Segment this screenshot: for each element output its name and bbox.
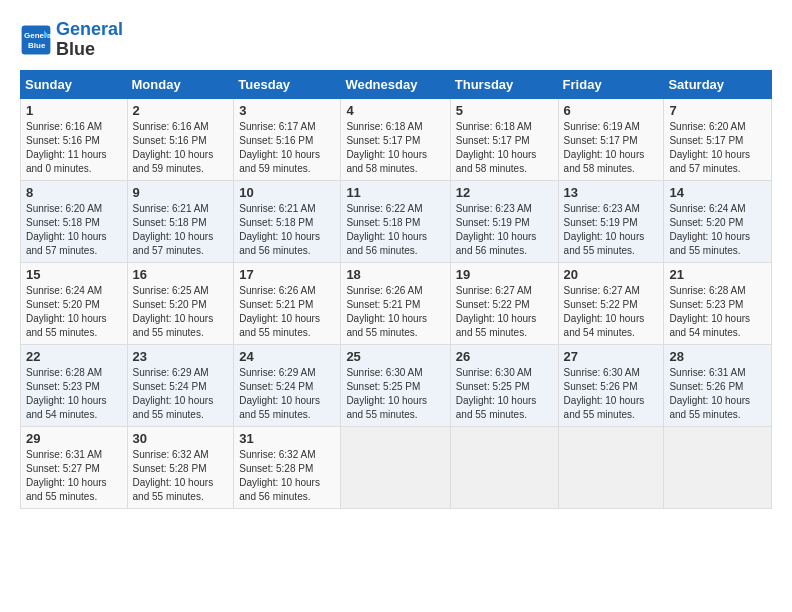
day-info: Sunrise: 6:23 AM Sunset: 5:19 PM Dayligh… [564, 202, 659, 258]
calendar-cell: 28Sunrise: 6:31 AM Sunset: 5:26 PM Dayli… [664, 344, 772, 426]
calendar-cell: 15Sunrise: 6:24 AM Sunset: 5:20 PM Dayli… [21, 262, 128, 344]
day-info: Sunrise: 6:20 AM Sunset: 5:17 PM Dayligh… [669, 120, 766, 176]
day-info: Sunrise: 6:20 AM Sunset: 5:18 PM Dayligh… [26, 202, 122, 258]
day-info: Sunrise: 6:24 AM Sunset: 5:20 PM Dayligh… [669, 202, 766, 258]
calendar-cell: 13Sunrise: 6:23 AM Sunset: 5:19 PM Dayli… [558, 180, 664, 262]
weekday-header-monday: Monday [127, 70, 234, 98]
day-info: Sunrise: 6:30 AM Sunset: 5:25 PM Dayligh… [456, 366, 553, 422]
day-number: 28 [669, 349, 766, 364]
day-info: Sunrise: 6:21 AM Sunset: 5:18 PM Dayligh… [133, 202, 229, 258]
calendar-cell: 21Sunrise: 6:28 AM Sunset: 5:23 PM Dayli… [664, 262, 772, 344]
page-header: General Blue GeneralBlue [20, 20, 772, 60]
weekday-header-sunday: Sunday [21, 70, 128, 98]
calendar-cell: 1Sunrise: 6:16 AM Sunset: 5:16 PM Daylig… [21, 98, 128, 180]
calendar-cell: 22Sunrise: 6:28 AM Sunset: 5:23 PM Dayli… [21, 344, 128, 426]
day-info: Sunrise: 6:26 AM Sunset: 5:21 PM Dayligh… [346, 284, 444, 340]
day-number: 25 [346, 349, 444, 364]
calendar-cell: 5Sunrise: 6:18 AM Sunset: 5:17 PM Daylig… [450, 98, 558, 180]
day-number: 29 [26, 431, 122, 446]
calendar-cell: 17Sunrise: 6:26 AM Sunset: 5:21 PM Dayli… [234, 262, 341, 344]
calendar-cell [664, 426, 772, 508]
day-info: Sunrise: 6:28 AM Sunset: 5:23 PM Dayligh… [669, 284, 766, 340]
day-number: 13 [564, 185, 659, 200]
day-info: Sunrise: 6:24 AM Sunset: 5:20 PM Dayligh… [26, 284, 122, 340]
day-number: 18 [346, 267, 444, 282]
weekday-header-thursday: Thursday [450, 70, 558, 98]
calendar-cell: 19Sunrise: 6:27 AM Sunset: 5:22 PM Dayli… [450, 262, 558, 344]
calendar-cell: 30Sunrise: 6:32 AM Sunset: 5:28 PM Dayli… [127, 426, 234, 508]
day-number: 2 [133, 103, 229, 118]
day-number: 21 [669, 267, 766, 282]
day-info: Sunrise: 6:22 AM Sunset: 5:18 PM Dayligh… [346, 202, 444, 258]
day-info: Sunrise: 6:30 AM Sunset: 5:26 PM Dayligh… [564, 366, 659, 422]
day-number: 27 [564, 349, 659, 364]
day-number: 4 [346, 103, 444, 118]
weekday-header-tuesday: Tuesday [234, 70, 341, 98]
calendar-cell [558, 426, 664, 508]
calendar-cell: 16Sunrise: 6:25 AM Sunset: 5:20 PM Dayli… [127, 262, 234, 344]
day-number: 3 [239, 103, 335, 118]
day-info: Sunrise: 6:18 AM Sunset: 5:17 PM Dayligh… [456, 120, 553, 176]
day-info: Sunrise: 6:27 AM Sunset: 5:22 PM Dayligh… [456, 284, 553, 340]
day-number: 19 [456, 267, 553, 282]
calendar-cell: 9Sunrise: 6:21 AM Sunset: 5:18 PM Daylig… [127, 180, 234, 262]
day-info: Sunrise: 6:23 AM Sunset: 5:19 PM Dayligh… [456, 202, 553, 258]
calendar-cell: 10Sunrise: 6:21 AM Sunset: 5:18 PM Dayli… [234, 180, 341, 262]
calendar-cell: 26Sunrise: 6:30 AM Sunset: 5:25 PM Dayli… [450, 344, 558, 426]
day-number: 8 [26, 185, 122, 200]
calendar-cell: 24Sunrise: 6:29 AM Sunset: 5:24 PM Dayli… [234, 344, 341, 426]
logo-icon: General Blue [20, 24, 52, 56]
day-number: 31 [239, 431, 335, 446]
calendar-week-3: 15Sunrise: 6:24 AM Sunset: 5:20 PM Dayli… [21, 262, 772, 344]
day-info: Sunrise: 6:29 AM Sunset: 5:24 PM Dayligh… [133, 366, 229, 422]
logo-text: GeneralBlue [56, 20, 123, 60]
day-info: Sunrise: 6:18 AM Sunset: 5:17 PM Dayligh… [346, 120, 444, 176]
day-info: Sunrise: 6:32 AM Sunset: 5:28 PM Dayligh… [133, 448, 229, 504]
calendar-cell: 29Sunrise: 6:31 AM Sunset: 5:27 PM Dayli… [21, 426, 128, 508]
calendar-cell [450, 426, 558, 508]
svg-text:Blue: Blue [28, 41, 46, 50]
day-info: Sunrise: 6:30 AM Sunset: 5:25 PM Dayligh… [346, 366, 444, 422]
day-info: Sunrise: 6:32 AM Sunset: 5:28 PM Dayligh… [239, 448, 335, 504]
calendar-cell: 25Sunrise: 6:30 AM Sunset: 5:25 PM Dayli… [341, 344, 450, 426]
day-number: 9 [133, 185, 229, 200]
calendar-cell: 11Sunrise: 6:22 AM Sunset: 5:18 PM Dayli… [341, 180, 450, 262]
calendar-week-5: 29Sunrise: 6:31 AM Sunset: 5:27 PM Dayli… [21, 426, 772, 508]
calendar-cell: 14Sunrise: 6:24 AM Sunset: 5:20 PM Dayli… [664, 180, 772, 262]
calendar-cell: 12Sunrise: 6:23 AM Sunset: 5:19 PM Dayli… [450, 180, 558, 262]
calendar-cell: 3Sunrise: 6:17 AM Sunset: 5:16 PM Daylig… [234, 98, 341, 180]
calendar-cell [341, 426, 450, 508]
day-info: Sunrise: 6:16 AM Sunset: 5:16 PM Dayligh… [133, 120, 229, 176]
day-number: 22 [26, 349, 122, 364]
calendar-cell: 18Sunrise: 6:26 AM Sunset: 5:21 PM Dayli… [341, 262, 450, 344]
calendar-week-1: 1Sunrise: 6:16 AM Sunset: 5:16 PM Daylig… [21, 98, 772, 180]
day-number: 30 [133, 431, 229, 446]
day-number: 1 [26, 103, 122, 118]
calendar-cell: 20Sunrise: 6:27 AM Sunset: 5:22 PM Dayli… [558, 262, 664, 344]
day-info: Sunrise: 6:17 AM Sunset: 5:16 PM Dayligh… [239, 120, 335, 176]
calendar-cell: 31Sunrise: 6:32 AM Sunset: 5:28 PM Dayli… [234, 426, 341, 508]
day-info: Sunrise: 6:25 AM Sunset: 5:20 PM Dayligh… [133, 284, 229, 340]
day-number: 6 [564, 103, 659, 118]
logo: General Blue GeneralBlue [20, 20, 123, 60]
day-number: 11 [346, 185, 444, 200]
calendar-cell: 6Sunrise: 6:19 AM Sunset: 5:17 PM Daylig… [558, 98, 664, 180]
day-number: 14 [669, 185, 766, 200]
weekday-header-friday: Friday [558, 70, 664, 98]
day-info: Sunrise: 6:28 AM Sunset: 5:23 PM Dayligh… [26, 366, 122, 422]
day-info: Sunrise: 6:26 AM Sunset: 5:21 PM Dayligh… [239, 284, 335, 340]
calendar-week-4: 22Sunrise: 6:28 AM Sunset: 5:23 PM Dayli… [21, 344, 772, 426]
calendar-body: 1Sunrise: 6:16 AM Sunset: 5:16 PM Daylig… [21, 98, 772, 508]
calendar-week-2: 8Sunrise: 6:20 AM Sunset: 5:18 PM Daylig… [21, 180, 772, 262]
calendar-cell: 2Sunrise: 6:16 AM Sunset: 5:16 PM Daylig… [127, 98, 234, 180]
day-info: Sunrise: 6:27 AM Sunset: 5:22 PM Dayligh… [564, 284, 659, 340]
day-number: 15 [26, 267, 122, 282]
day-number: 12 [456, 185, 553, 200]
day-number: 20 [564, 267, 659, 282]
calendar-table: SundayMondayTuesdayWednesdayThursdayFrid… [20, 70, 772, 509]
day-info: Sunrise: 6:31 AM Sunset: 5:27 PM Dayligh… [26, 448, 122, 504]
day-number: 23 [133, 349, 229, 364]
calendar-header-row: SundayMondayTuesdayWednesdayThursdayFrid… [21, 70, 772, 98]
calendar-cell: 7Sunrise: 6:20 AM Sunset: 5:17 PM Daylig… [664, 98, 772, 180]
day-info: Sunrise: 6:21 AM Sunset: 5:18 PM Dayligh… [239, 202, 335, 258]
